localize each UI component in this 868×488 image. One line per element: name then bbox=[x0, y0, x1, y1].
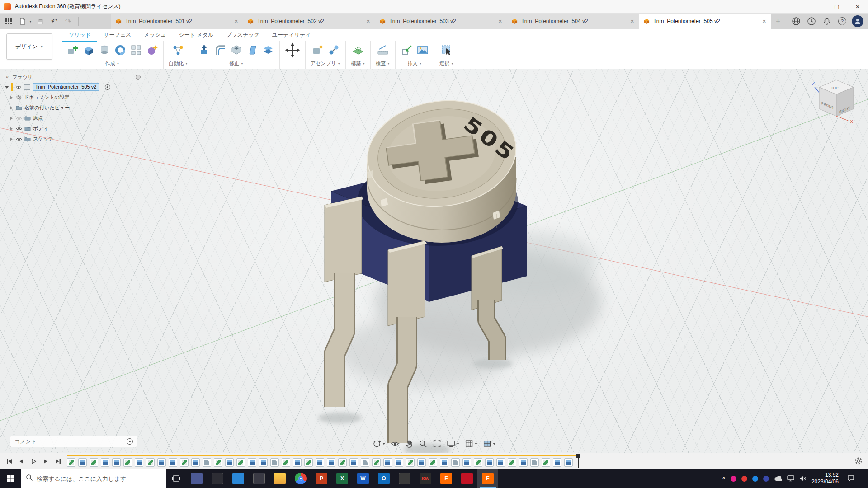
timeline-feature-extrude[interactable] bbox=[293, 458, 302, 467]
timeline-feature-sketch[interactable] bbox=[123, 458, 132, 467]
timeline-feature-extrude[interactable] bbox=[395, 458, 403, 467]
job-status-icon[interactable] bbox=[806, 15, 817, 27]
tab-sheetmetal[interactable]: シート メタル bbox=[172, 30, 220, 42]
document-tab-504[interactable]: Trim_Potentiometer_504 v2 ✕ bbox=[507, 14, 639, 29]
redo-icon[interactable]: ↷ bbox=[62, 15, 74, 27]
volume-mute-icon[interactable] bbox=[799, 476, 807, 481]
timeline-feature-sketch[interactable] bbox=[180, 458, 189, 467]
file-menu-icon[interactable] bbox=[17, 15, 28, 27]
timeline-feature-fillet[interactable] bbox=[530, 458, 539, 467]
tray-status-icon-2[interactable] bbox=[741, 476, 747, 482]
taskbar-app-explorer[interactable] bbox=[269, 469, 290, 488]
shell-icon[interactable] bbox=[230, 44, 243, 56]
timeline-feature-sketch[interactable] bbox=[90, 458, 98, 467]
browser-item-origin[interactable]: 原点 bbox=[3, 113, 144, 123]
orbit-button[interactable]: ▼ bbox=[372, 438, 387, 449]
minimize-button[interactable]: – bbox=[806, 0, 826, 13]
taskbar-app-outlook[interactable]: O bbox=[373, 469, 394, 488]
browser-root-row[interactable]: Trim_Potentiometer_505 v2 bbox=[3, 82, 144, 92]
taskbar-app-mail[interactable] bbox=[228, 469, 249, 488]
pan-button[interactable] bbox=[404, 438, 415, 449]
timeline-feature-fillet[interactable] bbox=[361, 458, 369, 467]
split-body-icon[interactable] bbox=[262, 44, 274, 56]
timeline-feature-extrude[interactable] bbox=[496, 458, 505, 467]
tab-plastic[interactable]: プラスチック bbox=[220, 30, 266, 42]
timeline-feature-extrude[interactable] bbox=[191, 458, 200, 467]
group-automate-label[interactable]: 自動化▼ bbox=[169, 60, 188, 67]
zoom-button[interactable] bbox=[418, 438, 429, 449]
timeline-feature-extrude[interactable] bbox=[462, 458, 471, 467]
joint-icon[interactable] bbox=[327, 44, 340, 56]
help-icon[interactable]: ? bbox=[836, 15, 848, 27]
move-copy-icon[interactable] bbox=[285, 42, 300, 58]
tray-expand-icon[interactable]: ^ bbox=[722, 475, 726, 482]
timeline-feature-extrude[interactable] bbox=[553, 458, 561, 467]
timeline-feature-sketch[interactable] bbox=[372, 458, 381, 467]
timeline-feature-sketch[interactable] bbox=[236, 458, 245, 467]
view-cube[interactable]: Z TOP FRONT RIGHT X bbox=[808, 74, 861, 126]
document-tab-501[interactable]: Trim_Potentiometer_501 v2 ✕ bbox=[111, 14, 243, 29]
taskbar-app-fusion-file[interactable]: F bbox=[436, 469, 457, 488]
timeline-feature-sketch[interactable] bbox=[474, 458, 482, 467]
visibility-eye-icon[interactable] bbox=[15, 85, 22, 89]
tab-close-icon[interactable]: ✕ bbox=[366, 19, 370, 24]
tab-solid[interactable]: ソリッド bbox=[62, 30, 97, 42]
timeline-feature-extrude[interactable] bbox=[440, 458, 448, 467]
timeline-feature-extrude[interactable] bbox=[157, 458, 166, 467]
construction-plane-icon[interactable] bbox=[352, 44, 364, 56]
group-assembly-label[interactable]: アセンブリ▼ bbox=[311, 60, 340, 67]
revolve-icon[interactable] bbox=[98, 44, 111, 56]
tab-close-icon[interactable]: ✕ bbox=[498, 19, 502, 24]
grid-settings-button[interactable]: ▼ bbox=[464, 438, 479, 449]
create-form-icon[interactable] bbox=[146, 44, 158, 56]
timeline-feature-extrude[interactable] bbox=[135, 458, 143, 467]
expander-closed-icon[interactable] bbox=[10, 117, 13, 120]
timeline-feature-extrude[interactable] bbox=[349, 458, 358, 467]
timeline-feature-extrude[interactable] bbox=[101, 458, 109, 467]
undo-icon[interactable]: ↶ bbox=[48, 15, 60, 27]
visibility-eye-icon[interactable] bbox=[16, 137, 22, 141]
taskbar-app-tools[interactable] bbox=[394, 469, 415, 488]
timeline-feature-extrude[interactable] bbox=[316, 458, 324, 467]
new-tab-button[interactable]: + bbox=[771, 14, 785, 29]
timeline-position-marker[interactable] bbox=[578, 454, 579, 468]
timeline-feature-sketch[interactable] bbox=[304, 458, 313, 467]
tray-status-icon-4[interactable] bbox=[763, 476, 769, 482]
action-center-icon[interactable] bbox=[844, 475, 858, 482]
timeline-feature-fillet[interactable] bbox=[451, 458, 460, 467]
tray-status-icon-1[interactable] bbox=[731, 476, 736, 482]
timeline-feature-extrude[interactable] bbox=[248, 458, 256, 467]
comment-target-icon[interactable] bbox=[127, 438, 133, 445]
sweep-icon[interactable] bbox=[114, 44, 127, 56]
timeline-feature-extrude[interactable] bbox=[259, 458, 268, 467]
timeline-feature-sketch[interactable] bbox=[67, 458, 75, 467]
timeline-feature-extrude[interactable] bbox=[519, 458, 528, 467]
group-select-label[interactable]: 選択▼ bbox=[439, 60, 454, 67]
automate-icon[interactable] bbox=[172, 44, 184, 56]
group-modify-label[interactable]: 修正▼ bbox=[229, 60, 244, 67]
potentiometer-model[interactable]: 505 bbox=[325, 91, 527, 443]
browser-item-bodies[interactable]: ボディ bbox=[3, 123, 144, 134]
visibility-eye-icon[interactable] bbox=[16, 127, 22, 131]
timeline-feature-sketch[interactable] bbox=[406, 458, 415, 467]
skip-to-end-icon[interactable] bbox=[53, 457, 62, 466]
tab-close-icon[interactable]: ✕ bbox=[234, 19, 238, 24]
extrude-icon[interactable] bbox=[82, 44, 95, 56]
skip-to-start-icon[interactable] bbox=[5, 457, 14, 466]
timeline-feature-extrude[interactable] bbox=[564, 458, 573, 467]
step-forward-icon[interactable] bbox=[41, 457, 50, 466]
insert-mesh-icon[interactable] bbox=[401, 44, 413, 56]
browser-item-named-views[interactable]: 名前の付いたビュー bbox=[3, 103, 144, 113]
user-avatar[interactable] bbox=[852, 15, 863, 27]
viewports-button[interactable]: ▼ bbox=[481, 438, 496, 449]
timeline-feature-extrude[interactable] bbox=[225, 458, 234, 467]
taskbar-app-powerpoint[interactable]: P bbox=[311, 469, 332, 488]
fit-button[interactable] bbox=[432, 438, 443, 449]
maximize-button[interactable]: ▢ bbox=[826, 0, 847, 13]
timeline-feature-sketch[interactable] bbox=[508, 458, 516, 467]
taskbar-app-solidworks[interactable]: SW bbox=[415, 469, 436, 488]
taskbar-app-fusion[interactable]: F bbox=[477, 469, 498, 488]
viewport[interactable]: 505 Z bbox=[0, 69, 868, 453]
timeline-feature-sketch[interactable] bbox=[338, 458, 347, 467]
display-tray-icon[interactable] bbox=[787, 475, 794, 482]
